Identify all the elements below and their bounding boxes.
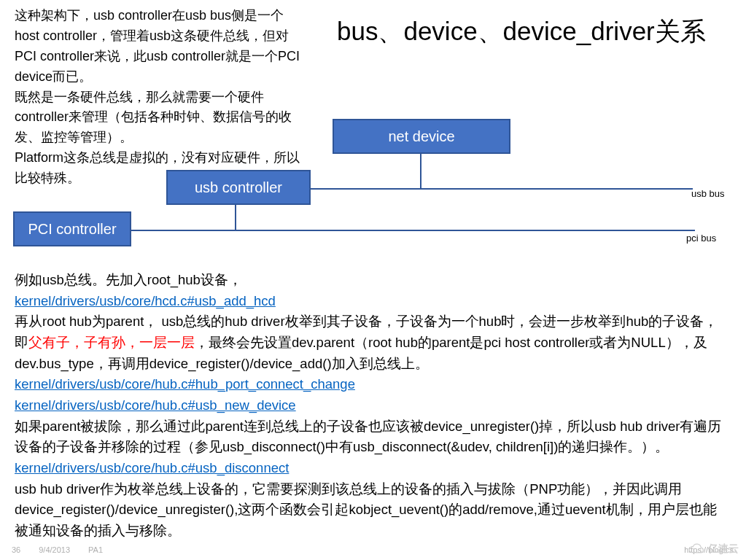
footer: 36 9/4/2013 PA1 https://blog.cs: [12, 545, 734, 554]
link-usb-new-device[interactable]: kernel/drivers/usb/core/hub.c#usb_new_de…: [15, 397, 296, 413]
body-p3: 如果parent被拔除，那么通过此parent连到总线上的子设备也应该被devi…: [15, 419, 722, 455]
usb-controller-label: usb controller: [195, 179, 282, 196]
explanation-body: 例如usb总线。先加入root_hub设备， kernel/drivers/us…: [15, 270, 726, 542]
net-device-box: net device: [333, 119, 510, 154]
pci-bus-label: pci bus: [686, 233, 716, 244]
cloud-icon: [686, 542, 705, 556]
slide-number: 36: [12, 545, 20, 554]
link-usb-disconnect[interactable]: kernel/drivers/usb/core/hub.c#usb_discon…: [15, 460, 289, 475]
body-p2-red: 父有子，子有孙，一层一层: [28, 335, 195, 350]
page-title: bus、device、device_driver关系: [337, 15, 706, 49]
intro-paragraphs: 这种架构下，usb controller在usb bus侧是一个host con…: [15, 6, 303, 189]
connector-usb-to-pci-bus: [235, 205, 236, 230]
body-p4: usb hub driver作为枚举总线上设备的，它需要探测到该总线上的设备的插…: [15, 481, 717, 538]
watermark-text: 亿速云: [708, 542, 739, 556]
pci-controller-label: PCI controller: [28, 221, 116, 238]
usb-controller-box: usb controller: [166, 170, 311, 205]
watermark: 亿速云: [686, 542, 739, 556]
link-hcd[interactable]: kernel/drivers/usb/core/hcd.c#usb_add_hc…: [15, 293, 276, 308]
pci-controller-box: PCI controller: [13, 211, 131, 246]
net-device-label: net device: [388, 128, 454, 145]
footer-author: PA1: [88, 545, 103, 554]
usb-bus-label: usb bus: [691, 188, 725, 199]
body-p1: 例如usb总线。先加入root_hub设备，: [15, 272, 242, 287]
intro-p2: 既然是一条硬件总线，那么就需要一个硬件controller来管理（包括各种时钟、…: [15, 90, 292, 145]
pci-bus-line: [73, 230, 695, 231]
intro-p1: 这种架构下，usb controller在usb bus侧是一个host con…: [15, 8, 300, 84]
connector-net-to-usb-bus: [420, 154, 421, 188]
footer-date: 9/4/2013: [39, 545, 70, 554]
link-hub-port-connect-change[interactable]: kernel/drivers/usb/core/hub.c#hub_port_c…: [15, 376, 355, 392]
